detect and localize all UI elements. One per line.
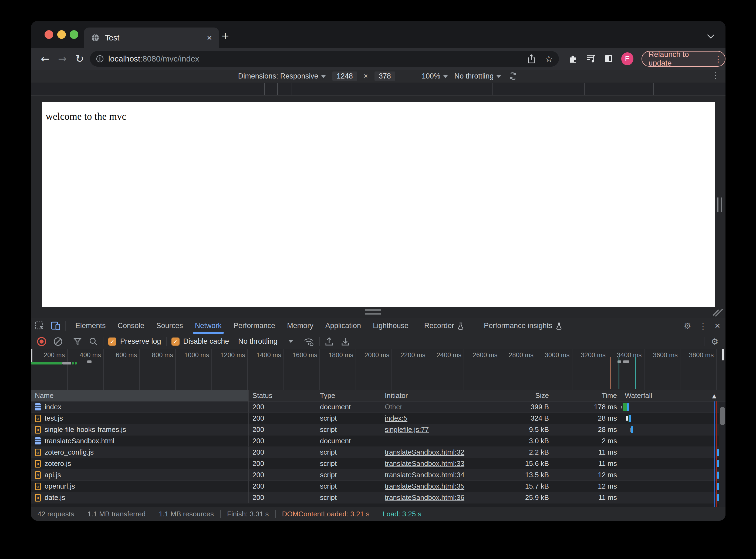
tab-memory[interactable]: Memory [281, 318, 319, 334]
table-row[interactable]: ‹›openurl.js200scripttranslateSandbox.ht… [31, 481, 726, 492]
cell-time: 2 ms [553, 435, 621, 447]
cell-waterfall [621, 458, 719, 469]
side-panel-icon[interactable] [604, 54, 613, 63]
column-header-waterfall[interactable]: Waterfall▲ [621, 390, 719, 401]
rotate-viewport-icon[interactable] [507, 71, 518, 82]
tab-performance-insights[interactable]: Performance insights [478, 318, 568, 334]
bookmark-star-icon[interactable]: ☆ [545, 53, 553, 64]
address-bar[interactable]: localhost:8080/mvc/index ☆ [90, 51, 559, 67]
table-row[interactable]: ‹›single-file-hooks-frames.js200scriptsi… [31, 424, 726, 435]
column-header-status[interactable]: Status [249, 390, 316, 401]
device-toolbar-toggle-icon[interactable] [50, 321, 61, 331]
disable-cache-checkbox[interactable]: ✓ [171, 337, 179, 345]
column-header-name[interactable]: Name [31, 390, 249, 401]
device-throttling-dropdown[interactable]: No throttling [454, 72, 501, 81]
extensions-puzzle-icon[interactable] [568, 54, 578, 64]
device-toolbar-menu-dots-icon[interactable]: ⋮ [711, 71, 719, 80]
table-row[interactable]: ‹›zotero.js200scripttranslateSandbox.htm… [31, 458, 726, 469]
scrollbar-thumb[interactable] [720, 407, 725, 425]
initiator-link[interactable]: translateSandbox.html:35 [385, 482, 465, 490]
network-conditions-icon[interactable] [303, 337, 314, 346]
traffic-light-close[interactable] [45, 30, 53, 39]
media-playlist-icon[interactable] [586, 54, 596, 63]
reload-button[interactable]: ↻ [71, 53, 88, 65]
table-row[interactable]: ‹›api.js200scripttranslateSandbox.html:3… [31, 469, 726, 481]
traffic-light-zoom[interactable] [70, 30, 78, 39]
waterfall-bar [717, 472, 719, 478]
cell-name: ‹›zotero_config.js [31, 447, 249, 458]
browser-menu-dots-icon[interactable]: ⋮ [714, 54, 722, 64]
url-text[interactable]: localhost:8080/mvc/index [108, 54, 199, 63]
column-header-time[interactable]: Time [553, 390, 621, 401]
traffic-light-minimize[interactable] [57, 30, 66, 39]
cell-waterfall [621, 492, 719, 503]
cell-initiator: translateSandbox.html:35 [381, 481, 489, 492]
network-overview-timeline[interactable]: 200 ms400 ms600 ms800 ms1000 ms1200 ms14… [31, 349, 726, 390]
disable-cache-label[interactable]: Disable cache [183, 337, 229, 345]
tab-console[interactable]: Console [112, 318, 150, 334]
filter-funnel-icon[interactable] [73, 337, 82, 345]
column-header-size[interactable]: Size [489, 390, 553, 401]
tab-network[interactable]: Network [189, 318, 228, 334]
network-settings-gear-icon[interactable]: ⚙ [711, 337, 718, 346]
tab-recorder[interactable]: Recorder [418, 318, 470, 334]
site-info-icon[interactable] [96, 55, 104, 63]
search-icon[interactable] [89, 337, 98, 346]
preserve-log-checkbox[interactable]: ✓ [108, 337, 116, 345]
relaunch-to-update-button[interactable]: Relaunch to update ⋮ [642, 51, 726, 67]
zoom-dropdown[interactable]: 100% [422, 72, 448, 81]
tab-sources[interactable]: Sources [150, 318, 189, 334]
dimensions-dropdown[interactable]: Dimensions: Responsive [238, 72, 326, 81]
tab-search-chevron-icon[interactable] [707, 31, 714, 39]
forward-button[interactable]: → [54, 53, 71, 65]
share-icon[interactable] [527, 54, 536, 64]
column-header-type[interactable]: Type [316, 390, 381, 401]
summary-item: 1.1 MB transferred [81, 510, 152, 518]
tab-elements[interactable]: Elements [69, 318, 112, 334]
overview-scrollbar[interactable] [722, 349, 724, 360]
devtools-menu-dots-icon[interactable]: ⋮ [699, 321, 707, 331]
initiator-link[interactable]: translateSandbox.html:33 [385, 460, 465, 468]
record-network-log-icon[interactable] [37, 336, 47, 347]
page-viewport[interactable]: welcome to the mvc [42, 102, 715, 307]
column-header-initiator[interactable]: Initiator [381, 390, 489, 401]
back-button[interactable]: ← [37, 53, 54, 65]
waterfall-bar [631, 426, 633, 433]
table-row[interactable]: ‹›zotero_config.js200scripttranslateSand… [31, 447, 726, 458]
table-row[interactable]: index200documentOther399 B178 ms [31, 401, 726, 413]
profile-avatar[interactable]: E [621, 52, 633, 65]
initiator-link[interactable]: translateSandbox.html:36 [385, 493, 465, 502]
tab-label: Network [195, 321, 222, 330]
network-throttling-dropdown[interactable]: No throttling [238, 337, 278, 345]
cell-name: translateSandbox.html [31, 435, 249, 447]
import-har-icon[interactable] [325, 337, 334, 346]
viewport-resize-handle-right[interactable] [717, 198, 722, 212]
chevron-down-icon[interactable] [288, 340, 293, 343]
viewport-resize-handle-bottom[interactable] [365, 309, 381, 317]
table-row[interactable]: ‹›date.js200scripttranslateSandbox.html:… [31, 492, 726, 504]
table-row[interactable]: ‹›test.js200scriptindex:5324 B28 ms [31, 413, 726, 424]
cell-name: ‹›test.js [31, 413, 249, 424]
initiator-link[interactable]: translateSandbox.html:34 [385, 471, 465, 479]
initiator-link[interactable]: translateSandbox.html:32 [385, 448, 465, 456]
inspect-element-icon[interactable] [35, 321, 45, 331]
tab-close-icon[interactable]: × [207, 33, 212, 43]
export-har-icon[interactable] [341, 337, 350, 346]
tab-performance[interactable]: Performance [228, 318, 281, 334]
viewport-width-input[interactable]: 1248 [332, 71, 357, 81]
tab-application[interactable]: Application [319, 318, 367, 334]
preserve-log-label[interactable]: Preserve log [120, 337, 161, 345]
network-request-list: index200documentOther399 B178 ms‹›test.j… [31, 401, 726, 507]
cell-waterfall [621, 424, 719, 435]
devtools-close-icon[interactable]: × [715, 320, 720, 331]
clear-network-log-icon[interactable] [53, 337, 63, 346]
table-row[interactable]: translateSandbox.html200document3.0 kB2 … [31, 435, 726, 447]
tab-lighthouse[interactable]: Lighthouse [367, 318, 414, 334]
new-tab-button[interactable]: + [222, 29, 229, 43]
initiator-link[interactable]: singlefile.js:77 [385, 425, 429, 434]
request-name: date.js [45, 493, 65, 502]
devtools-settings-gear-icon[interactable]: ⚙ [684, 321, 691, 331]
browser-tab[interactable]: Test × [84, 27, 219, 48]
viewport-height-input[interactable]: 378 [374, 71, 395, 81]
initiator-link[interactable]: index:5 [385, 414, 407, 423]
